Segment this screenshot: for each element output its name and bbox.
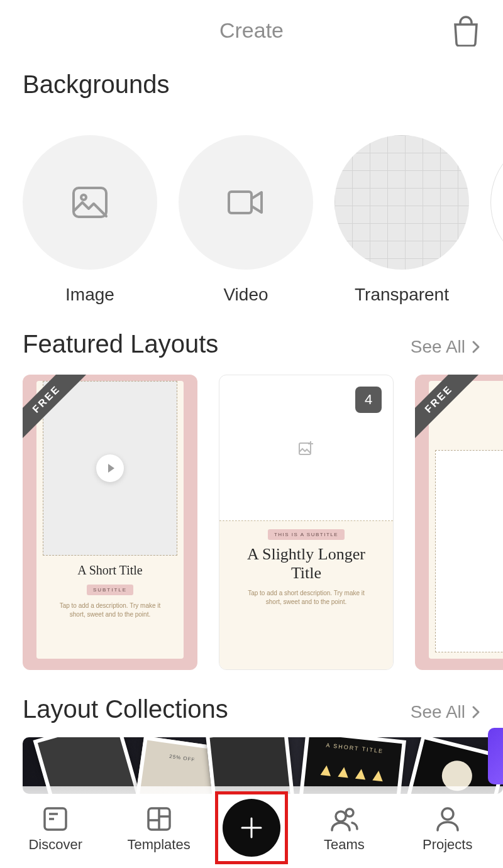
templates-icon	[145, 805, 173, 833]
svg-point-1	[81, 195, 86, 200]
bg-label: Image	[65, 285, 114, 305]
image-icon	[72, 186, 108, 219]
nav-templates[interactable]: Templates	[112, 805, 206, 853]
bg-label: Transparent	[355, 285, 449, 305]
nav-teams[interactable]: Teams	[297, 805, 391, 853]
template-desc: Tap to add a de… tell your	[429, 421, 503, 428]
media-placeholder	[435, 450, 503, 652]
play-icon	[96, 454, 124, 482]
shopping-bag-icon[interactable]	[451, 15, 480, 47]
create-button-highlight	[215, 791, 288, 864]
collection-tile	[393, 737, 503, 794]
video-icon	[227, 189, 265, 216]
featured-heading: Featured Layouts	[23, 330, 218, 358]
backgrounds-heading: Backgrounds	[0, 60, 503, 107]
discover-icon	[41, 805, 69, 833]
template-desc: Tap to add a short description. Try make…	[232, 589, 380, 607]
layout-card-1[interactable]: FREE A Short Title SUBTITLE Tap to add a…	[23, 375, 197, 670]
background-option-more[interactable]	[490, 135, 503, 305]
teams-icon	[328, 805, 360, 833]
svg-rect-5	[45, 808, 66, 830]
template-desc: Tap to add a description. Try make it sh…	[43, 602, 177, 619]
layout-card-2[interactable]: 4 THIS IS A SUBTITLE A Slightly Longer T…	[219, 375, 394, 670]
page-title: Create	[219, 18, 284, 43]
nav-projects[interactable]: Projects	[401, 805, 495, 853]
template-pill: THIS IS A SUBTITLE	[268, 529, 345, 540]
image-add-icon	[298, 440, 314, 456]
featured-layouts-row: FREE A Short Title SUBTITLE Tap to add a…	[0, 366, 503, 670]
template-title: A Slightly Longer Title	[232, 545, 380, 583]
svg-point-16	[442, 808, 453, 820]
background-option-video[interactable]: Video	[179, 135, 313, 305]
layout-card-3[interactable]: FREE A Shor Tap to add a de… tell your	[415, 375, 503, 670]
create-button[interactable]	[223, 799, 280, 857]
nav-discover[interactable]: Discover	[8, 805, 102, 853]
collection-card[interactable]: A SHORT TITLE ▲▲▲▲	[23, 737, 503, 794]
chevron-right-icon	[472, 340, 480, 354]
plus-icon	[238, 815, 265, 841]
collection-tile	[206, 737, 299, 794]
background-option-image[interactable]: Image	[23, 135, 157, 305]
svg-rect-2	[229, 192, 252, 213]
template-title: A Short Title	[43, 563, 177, 578]
collection-tile: A SHORT TITLE ▲▲▲▲	[293, 737, 406, 794]
nav-label: Templates	[127, 837, 190, 853]
bg-label: Video	[223, 285, 268, 305]
collections-see-all-link[interactable]: See All	[411, 702, 480, 722]
background-option-transparent[interactable]: Transparent	[334, 135, 469, 305]
nav-label: Discover	[28, 837, 82, 853]
svg-point-14	[336, 811, 346, 821]
projects-icon	[434, 805, 462, 833]
media-placeholder	[43, 381, 177, 556]
nav-label: Projects	[423, 837, 472, 853]
collections-heading: Layout Collections	[23, 695, 228, 723]
svg-rect-3	[299, 443, 311, 454]
collection-tile	[33, 737, 151, 794]
bottom-nav: Discover Templates	[0, 786, 503, 868]
featured-see-all-link[interactable]: See All	[411, 337, 480, 357]
nav-label: Teams	[324, 837, 365, 853]
backgrounds-row: Image Video Transparent	[0, 107, 503, 305]
svg-point-15	[346, 809, 353, 816]
template-subtitle: SUBTITLE	[87, 585, 133, 595]
chevron-right-icon	[472, 705, 480, 719]
page-count-badge: 4	[355, 387, 382, 413]
collection-card-next[interactable]	[488, 728, 503, 784]
